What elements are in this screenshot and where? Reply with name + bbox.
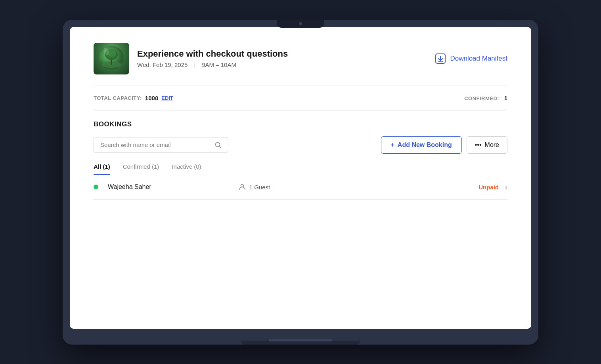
svg-line-9 [220,146,221,148]
thumbnail-image [94,43,129,74]
search-icon [214,141,222,149]
meta-divider: | [194,61,195,68]
payment-status: Unpaid [368,184,505,191]
chevron-right-icon: › [505,183,507,191]
laptop-base [241,341,360,345]
download-icon [435,53,446,64]
bookings-section: BOOKINGS + Add New Booking [94,111,507,200]
laptop-notch [277,20,324,28]
capacity-section: TOTAL CAPACITY: 1000 EDIT CONFIRMED: 1 [94,86,507,111]
event-title: Experience with checkout questions [137,49,288,59]
more-button[interactable]: ••• More [467,136,507,154]
tab-confirmed[interactable]: Confirmed (1) [123,163,159,175]
controls-right: + Add New Booking ••• More [381,136,508,154]
status-dot-confirmed [94,185,98,189]
more-label: More [485,141,499,149]
plus-icon: + [391,141,394,149]
download-manifest-label: Download Manifest [450,55,507,63]
search-input[interactable] [100,141,211,148]
guest-icon [238,183,246,191]
download-manifest-button[interactable]: Download Manifest [435,53,507,64]
laptop-base-inner [269,339,332,341]
event-info: Experience with checkout questions Wed, … [94,43,288,74]
bookings-controls: + Add New Booking ••• More [94,136,507,154]
tab-inactive[interactable]: Inactive (0) [172,163,201,175]
confirmed-label: CONFIRMED: [464,95,499,101]
event-details: Experience with checkout questions Wed, … [137,49,288,68]
page-content: Experience with checkout questions Wed, … [70,27,531,329]
search-box[interactable] [94,137,228,153]
event-date: Wed, Feb 19, 2025 [137,61,188,68]
booking-tabs: All (1) Confirmed (1) Inactive (0) [94,163,507,175]
bookings-title: BOOKINGS [94,120,507,128]
tab-all[interactable]: All (1) [94,163,110,175]
capacity-left: TOTAL CAPACITY: 1000 EDIT [94,95,173,101]
event-meta: Wed, Feb 19, 2025 | 9AM – 10AM [137,61,288,68]
add-new-booking-button[interactable]: + Add New Booking [381,136,462,154]
event-time: 9AM – 10AM [202,61,236,68]
guest-info: 1 Guest [238,183,369,191]
booking-name: Wajeeha Saher [108,183,238,191]
capacity-label: TOTAL CAPACITY: [94,95,142,101]
event-thumbnail [94,43,129,74]
laptop-frame: Experience with checkout questions Wed, … [63,20,538,345]
confirmed-info: CONFIRMED: 1 [464,95,507,102]
laptop-camera [299,22,302,25]
guest-count: 1 Guest [249,184,270,191]
confirmed-value: 1 [504,95,507,101]
event-header: Experience with checkout questions Wed, … [94,43,507,86]
more-dots-icon: ••• [475,141,482,149]
add-booking-label: Add New Booking [398,141,452,149]
table-row[interactable]: Wajeeha Saher 1 Guest Unpaid › [94,175,507,200]
capacity-value: 1000 [145,95,158,101]
svg-point-8 [216,142,220,147]
laptop-screen: Experience with checkout questions Wed, … [70,27,531,329]
edit-capacity-button[interactable]: EDIT [161,95,173,101]
